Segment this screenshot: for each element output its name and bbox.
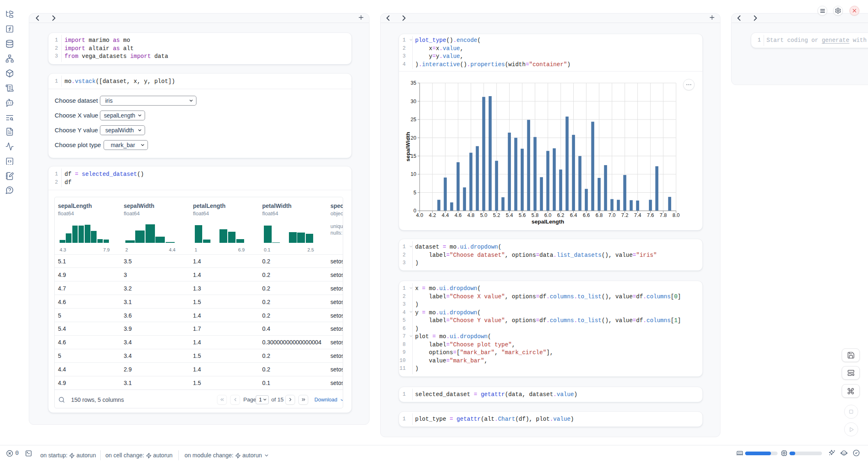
svg-text:5.4: 5.4 [506, 212, 513, 218]
svg-text:5: 5 [413, 190, 416, 196]
svg-text:8.0: 8.0 [672, 212, 679, 218]
svg-text:4.6: 4.6 [455, 212, 462, 218]
svg-text:4.0: 4.0 [416, 212, 423, 218]
svg-text:7.8: 7.8 [660, 212, 667, 218]
svg-text:6.2: 6.2 [557, 212, 564, 218]
svg-text:6.6: 6.6 [583, 212, 590, 218]
svg-text:7.2: 7.2 [621, 212, 628, 218]
svg-text:sepalLength: sepalLength [531, 219, 564, 225]
svg-text:7.6: 7.6 [647, 212, 654, 218]
svg-text:15: 15 [411, 153, 416, 159]
svg-text:5.2: 5.2 [493, 212, 500, 218]
svg-text:35: 35 [411, 80, 416, 86]
svg-text:7.0: 7.0 [608, 212, 615, 218]
svg-text:20: 20 [411, 135, 416, 141]
svg-text:4.2: 4.2 [429, 212, 436, 218]
svg-text:4.8: 4.8 [467, 212, 474, 218]
svg-text:10: 10 [411, 171, 416, 177]
svg-text:4.4: 4.4 [442, 212, 449, 218]
svg-text:7.4: 7.4 [634, 212, 641, 218]
svg-text:0: 0 [413, 208, 416, 214]
svg-text:6.4: 6.4 [570, 212, 577, 218]
svg-text:25: 25 [411, 117, 416, 122]
svg-text:30: 30 [411, 99, 416, 104]
svg-text:5.0: 5.0 [480, 212, 487, 218]
svg-text:6.8: 6.8 [596, 212, 603, 218]
svg-text:6.0: 6.0 [544, 212, 551, 218]
svg-text:sepalWidth: sepalWidth [405, 132, 411, 161]
svg-text:5.6: 5.6 [519, 212, 526, 218]
svg-text:5.8: 5.8 [531, 212, 538, 218]
